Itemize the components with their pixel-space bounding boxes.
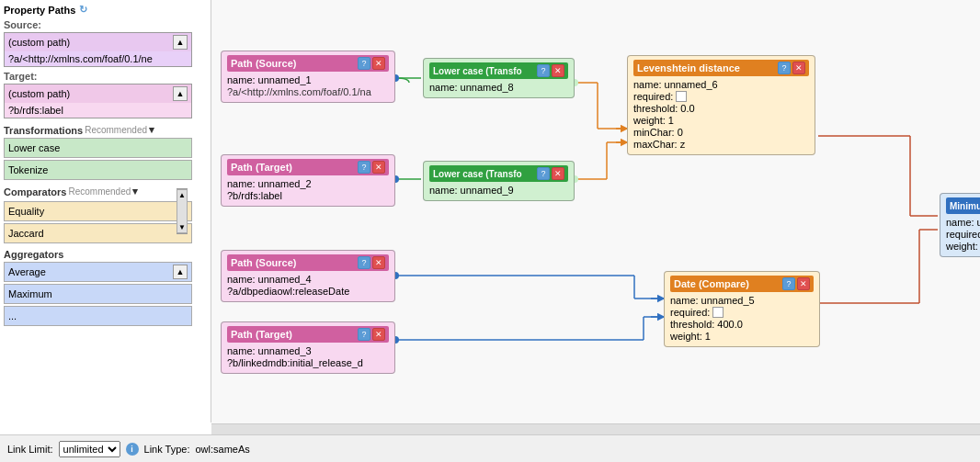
agg-scroll-up[interactable]: ▲ bbox=[173, 265, 188, 279]
path-target-1-close-btn[interactable]: ✕ bbox=[372, 161, 385, 174]
link-limit-select[interactable]: unlimited bbox=[59, 441, 120, 457]
comp-scroll[interactable]: ▲ ▼ bbox=[177, 188, 188, 234]
source-custom-text: (custom path) bbox=[8, 37, 70, 48]
transformations-list: Lower case Tokenize bbox=[4, 138, 207, 180]
canvas-scrollbar-h[interactable] bbox=[211, 423, 980, 434]
levenshtein-minchar-field: minChar: 0 bbox=[633, 127, 809, 138]
path-source-1-help-btn[interactable]: ? bbox=[358, 57, 370, 70]
lower-case-1-title: Lower case (Transfo ? ✕ bbox=[429, 62, 568, 79]
minimum-agg-title: Minimum (Aggregate) ? ✕ bbox=[946, 197, 980, 214]
path-target-1-name-field: name: unnamed_2 bbox=[227, 178, 389, 189]
levenshtein-close-btn[interactable]: ✕ bbox=[792, 62, 805, 74]
trans-tokenize-text: Tokenize bbox=[8, 164, 48, 175]
date-compare-required-checkbox[interactable] bbox=[712, 307, 724, 318]
lower-case-1-title-text: Lower case (Transfo bbox=[433, 66, 522, 76]
target-custom-path[interactable]: (custom path) ▲ bbox=[5, 85, 191, 103]
trans-lowercase-text: Lower case bbox=[8, 142, 60, 153]
lower-case-2-title-text: Lower case (Transfo bbox=[433, 169, 522, 179]
path-source-1-node: Path (Source) ? ✕ name: unnamed_1 ?a/<ht… bbox=[221, 51, 395, 103]
target-custom-text: (custom path) bbox=[8, 88, 70, 99]
comparators-dropdown[interactable]: ▾ bbox=[132, 186, 138, 197]
date-compare-required-field: required: bbox=[670, 307, 814, 318]
refresh-icon[interactable]: ↻ bbox=[79, 4, 87, 16]
minimum-agg-required-field: required: bbox=[946, 229, 980, 240]
target-list: (custom path) ▲ ?b/rdfs:label bbox=[4, 84, 192, 118]
path-target-1-path-field: ?b/rdfs:label bbox=[227, 190, 389, 201]
comparators-list: Equality ▲ ▼ Jaccard bbox=[4, 201, 207, 243]
path-source-2-path-field: ?a/dbpediaowl:releaseDate bbox=[227, 286, 389, 297]
source-path-item[interactable]: ?a/<http://xmlns.com/foaf/0.1/ne bbox=[5, 51, 191, 66]
trans-tokenize[interactable]: Tokenize bbox=[4, 160, 192, 180]
lower-case-2-close-btn[interactable]: ✕ bbox=[552, 167, 564, 180]
minimum-agg-title-text: Minimum (Aggregate) bbox=[950, 201, 980, 211]
link-type-label: Link Type: bbox=[144, 444, 190, 455]
date-compare-close-btn[interactable]: ✕ bbox=[797, 277, 810, 290]
date-compare-title-text: Date (Compare) bbox=[674, 278, 749, 289]
levenshtein-required-field: required: bbox=[633, 91, 809, 102]
source-scroll-btn[interactable]: ▲ bbox=[173, 35, 188, 50]
link-limit-label: Link Limit: bbox=[7, 444, 53, 455]
lower-case-1-node: Lower case (Transfo ? ✕ name: unnamed_8 bbox=[423, 58, 575, 98]
target-scroll-btn[interactable]: ▲ bbox=[173, 86, 188, 101]
levenshtein-title-text: Levenshtein distance bbox=[637, 62, 740, 73]
date-compare-node: Date (Compare) ? ✕ name: unnamed_5 requi… bbox=[664, 271, 820, 347]
source-custom-path[interactable]: (custom path) ▲ bbox=[5, 33, 191, 51]
path-target-2-name-field: name: unnamed_3 bbox=[227, 345, 389, 356]
path-source-1-title: Path (Source) ? ✕ bbox=[227, 55, 389, 72]
date-compare-threshold-field: threshold: 400.0 bbox=[670, 319, 814, 330]
source-list: (custom path) ▲ ?a/<http://xmlns.com/foa… bbox=[4, 32, 192, 67]
path-source-2-node: Path (Source) ? ✕ name: unnamed_4 ?a/dbp… bbox=[221, 250, 395, 302]
minimum-agg-node: Minimum (Aggregate) ? ✕ name: unnamed_7 … bbox=[940, 193, 980, 257]
levenshtein-threshold-field: threshold: 0.0 bbox=[633, 103, 809, 114]
comp-jaccard[interactable]: Jaccard bbox=[4, 223, 192, 243]
path-target-2-path-field: ?b/linkedmdb:initial_release_d bbox=[227, 357, 389, 368]
transformations-dropdown[interactable]: ▾ bbox=[149, 124, 154, 136]
path-target-2-close-btn[interactable]: ✕ bbox=[372, 328, 385, 341]
target-label: Target: bbox=[4, 71, 207, 82]
source-path-text: ?a/<http://xmlns.com/foaf/0.1/ne bbox=[8, 53, 153, 64]
path-source-1-name-field: name: unnamed_1 bbox=[227, 74, 389, 85]
info-icon[interactable]: i bbox=[126, 443, 139, 456]
path-target-2-title-text: Path (Target) bbox=[231, 329, 292, 340]
path-source-2-help-btn[interactable]: ? bbox=[358, 256, 370, 269]
comp-jaccard-text: Jaccard bbox=[8, 228, 44, 239]
path-source-1-close-btn[interactable]: ✕ bbox=[372, 57, 385, 70]
target-path-item[interactable]: ?b/rdfs:label bbox=[5, 103, 191, 118]
panel-title-text: Property Paths bbox=[4, 5, 75, 16]
trans-lowercase[interactable]: Lower case bbox=[4, 138, 192, 158]
date-compare-help-btn[interactable]: ? bbox=[782, 277, 795, 290]
path-source-1-path-field: ?a/<http://xmlns.com/foaf/0.1/na bbox=[227, 86, 389, 97]
bottom-bar: Link Limit: unlimited i Link Type: owl:s… bbox=[0, 434, 980, 462]
minimum-agg-weight-field: weight: 1 bbox=[946, 241, 980, 252]
path-source-2-title: Path (Source) ? ✕ bbox=[227, 254, 389, 271]
date-compare-weight-field: weight: 1 bbox=[670, 331, 814, 342]
aggregators-header: Aggregators bbox=[4, 249, 207, 260]
path-source-2-title-text: Path (Source) bbox=[231, 257, 297, 268]
lower-case-1-close-btn[interactable]: ✕ bbox=[552, 64, 564, 77]
lower-case-2-name-field: name: unnamed_9 bbox=[429, 185, 568, 196]
agg-more-text: ... bbox=[8, 310, 17, 321]
path-source-2-close-btn[interactable]: ✕ bbox=[372, 256, 385, 269]
agg-more[interactable]: ... bbox=[4, 306, 192, 326]
panel-title: Property Paths ↻ bbox=[4, 4, 207, 16]
agg-maximum-text: Maximum bbox=[8, 288, 52, 299]
levenshtein-help-btn[interactable]: ? bbox=[778, 62, 791, 74]
levenshtein-weight-field: weight: 1 bbox=[633, 115, 809, 126]
comparators-label: Comparators bbox=[4, 186, 66, 197]
lower-case-2-help-btn[interactable]: ? bbox=[537, 167, 550, 180]
aggregators-list: Average ▲ Maximum ... bbox=[4, 262, 207, 326]
canvas-inner: Path (Source) ? ✕ name: unnamed_1 ?a/<ht… bbox=[211, 0, 980, 423]
levenshtein-required-checkbox[interactable] bbox=[676, 91, 687, 102]
path-target-2-help-btn[interactable]: ? bbox=[358, 328, 370, 341]
path-target-2-title: Path (Target) ? ✕ bbox=[227, 326, 389, 343]
lower-case-1-help-btn[interactable]: ? bbox=[537, 64, 550, 77]
path-target-1-title-text: Path (Target) bbox=[231, 162, 292, 173]
target-path-text: ?b/rdfs:label bbox=[8, 105, 63, 116]
path-target-1-help-btn[interactable]: ? bbox=[358, 161, 370, 174]
comp-equality[interactable]: Equality ▲ ▼ bbox=[4, 201, 192, 221]
transformations-badge: Recommended bbox=[85, 125, 147, 135]
agg-average[interactable]: Average ▲ bbox=[4, 262, 192, 282]
agg-maximum[interactable]: Maximum bbox=[4, 284, 192, 304]
transformations-header: Transformations Recommended ▾ bbox=[4, 124, 207, 136]
path-source-1-title-text: Path (Source) bbox=[231, 58, 297, 69]
